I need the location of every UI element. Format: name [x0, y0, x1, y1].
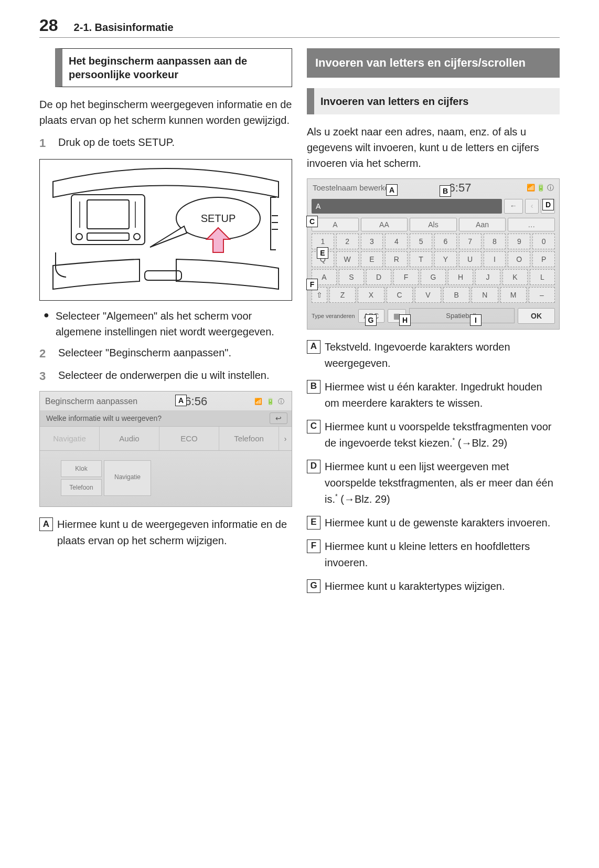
kb-key[interactable]: D: [366, 269, 391, 285]
callout-b: B Hiermee wist u één karakter. Ingedrukt…: [307, 379, 560, 411]
kb-spacebar[interactable]: Spatiebalk: [409, 308, 515, 323]
callout-text: Hiermee kunt u voorspelde tekstfragmente…: [325, 419, 560, 451]
kb-key[interactable]: I: [484, 251, 506, 267]
step-2: 2 Selecteer "Beginscherm aanpassen".: [39, 345, 292, 362]
setup-label: SETUP: [201, 213, 236, 224]
kb-key[interactable]: B: [443, 287, 469, 303]
kb-key[interactable]: O: [508, 251, 530, 267]
tab-navigatie[interactable]: Navigatie: [40, 427, 100, 450]
tab-audio[interactable]: Audio: [100, 427, 159, 450]
kb-key[interactable]: 0: [532, 234, 555, 249]
callout-text: Hiermee wist u één karakter. Ingedrukt h…: [325, 379, 560, 411]
kb-key[interactable]: 8: [484, 234, 506, 249]
kb-backspace-button[interactable]: ←: [504, 199, 523, 214]
kb-suggestion-more[interactable]: …: [508, 218, 555, 231]
setup-illustration: SETUP: [39, 159, 292, 301]
slot-klok[interactable]: Klok: [61, 460, 102, 477]
callout-marker-a: A: [175, 395, 187, 406]
kb-marker-a: A: [386, 184, 398, 196]
slot-navigatie[interactable]: Navigatie: [104, 460, 151, 496]
callout-text: Hiermee kunt u een lijst weergeven met v…: [325, 459, 560, 507]
kb-input-field[interactable]: A: [312, 199, 502, 214]
kb-type-change-label[interactable]: Type veranderen: [312, 313, 355, 319]
bullet-item: ● Selecteer "Algemeen" als het scherm vo…: [44, 308, 292, 340]
kb-key[interactable]: J: [475, 269, 500, 285]
kb-key[interactable]: X: [358, 287, 384, 303]
callout-letter: D: [307, 460, 320, 473]
kb-row-qwerty2: A S D F G H J K L: [312, 269, 555, 285]
kb-key[interactable]: 9: [508, 234, 530, 249]
callout-text: Hiermee kunt u kleine letters en hoofdle…: [325, 538, 560, 571]
tab-telefoon[interactable]: Telefoon: [219, 427, 279, 450]
kb-key[interactable]: R: [385, 251, 408, 267]
callout-e: E Hiermee kunt u de gewenste karakters i…: [307, 515, 560, 531]
kb-key[interactable]: C: [387, 287, 413, 303]
callout-d: D Hiermee kunt u een lijst weergeven met…: [307, 459, 560, 507]
callout-letter: E: [307, 516, 320, 530]
callout-f: F Hiermee kunt u kleine letters en hoofd…: [307, 538, 560, 571]
kb-row-qwerty3: ⇧ Z X C V B N M –: [312, 287, 555, 303]
tabs-scroll-right[interactable]: ›: [279, 427, 292, 450]
tab-row: Navigatie Audio ECO Telefoon ›: [40, 426, 292, 451]
kb-suggestion[interactable]: AA: [361, 218, 408, 231]
kb-key[interactable]: 3: [361, 234, 383, 249]
kb-key[interactable]: 5: [410, 234, 432, 249]
kb-key[interactable]: L: [530, 269, 555, 285]
callout-letter-a: A: [39, 517, 53, 531]
kb-title: Toestelnaam bewerken: [313, 183, 393, 192]
step-text: Selecteer de onderwerpen die u wilt inst…: [58, 367, 269, 385]
kb-key[interactable]: N: [472, 287, 498, 303]
step-text: Selecteer "Beginscherm aanpassen".: [58, 345, 231, 362]
kb-key[interactable]: M: [500, 287, 527, 303]
kb-key[interactable]: T: [410, 251, 432, 267]
step-number: 1: [39, 134, 51, 152]
callout-letter: B: [307, 380, 320, 394]
kb-row-qwerty1: Q W E R T Y U I O P: [312, 251, 555, 267]
step-3: 3 Selecteer de onderwerpen die u wilt in…: [39, 367, 292, 385]
kb-ok-button[interactable]: OK: [518, 308, 555, 324]
callout-letter: C: [307, 420, 320, 433]
kb-key[interactable]: K: [502, 269, 528, 285]
panel-title: Beginscherm aanpassen: [45, 397, 137, 406]
kb-key[interactable]: F: [393, 269, 419, 285]
callout-letter: F: [307, 539, 320, 553]
kb-key[interactable]: 4: [385, 234, 408, 249]
callout-text: Hiermee kunt u de weergegeven informatie…: [57, 516, 292, 549]
kb-row-numbers: 1 2 3 4 5 6 7 8 9 0: [312, 234, 555, 249]
panel-clock: 6:56: [185, 395, 207, 408]
kb-prev-button[interactable]: ‹: [525, 199, 539, 214]
kb-marker-c: C: [306, 216, 318, 227]
kb-key[interactable]: –: [529, 287, 555, 303]
callout-g: G Hiermee kunt u karaktertypes wijzigen.: [307, 578, 560, 595]
kb-suggestion[interactable]: A: [312, 218, 359, 231]
svg-point-4: [134, 234, 140, 240]
kb-key[interactable]: 2: [336, 234, 359, 249]
step-number: 2: [39, 345, 51, 362]
kb-key[interactable]: U: [459, 251, 482, 267]
svg-rect-3: [87, 233, 129, 240]
kb-key[interactable]: H: [448, 269, 473, 285]
kb-marker-b: B: [440, 185, 451, 197]
kb-key[interactable]: G: [421, 269, 446, 285]
kb-key[interactable]: P: [532, 251, 555, 267]
slot-telefoon[interactable]: Telefoon: [61, 479, 102, 496]
kb-key[interactable]: 6: [434, 234, 457, 249]
kb-key[interactable]: 7: [459, 234, 482, 249]
kb-key[interactable]: Z: [329, 287, 356, 303]
kb-suggestion[interactable]: Als: [410, 218, 457, 231]
kb-suggestion[interactable]: Aan: [459, 218, 506, 231]
kb-key[interactable]: V: [415, 287, 441, 303]
kb-marker-e: E: [317, 247, 328, 259]
page-header: 28 2-1. Basisinformatie: [39, 16, 560, 38]
bullet-icon: ●: [44, 308, 49, 340]
page-number: 28: [39, 16, 58, 35]
kb-key[interactable]: W: [336, 251, 359, 267]
kb-key[interactable]: E: [361, 251, 383, 267]
callout-text: Tekstveld. Ingevoerde karakters worden w…: [325, 339, 560, 372]
tab-eco[interactable]: ECO: [159, 427, 219, 450]
kb-key[interactable]: S: [339, 269, 364, 285]
kb-key[interactable]: Y: [434, 251, 457, 267]
kb-marker-i: I: [470, 314, 482, 326]
svg-rect-1: [87, 200, 129, 229]
back-button[interactable]: ↩: [270, 412, 287, 424]
